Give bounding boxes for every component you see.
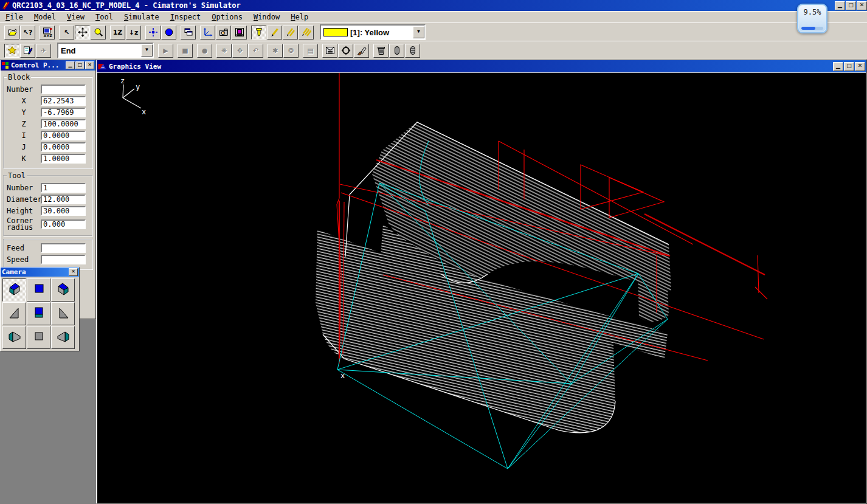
pen-double-button[interactable] [283, 26, 298, 40]
graphics-canvas[interactable]: z y x x [97, 73, 866, 503]
k-field[interactable] [41, 154, 86, 164]
graphics-view-title: Graphics View [109, 63, 833, 71]
view-back-button[interactable] [27, 326, 50, 349]
dynamic-rotate-button[interactable] [338, 44, 353, 58]
show-tool-button[interactable]: ❋ [216, 44, 232, 58]
view-top-button[interactable] [27, 278, 50, 302]
mode-combobox[interactable]: End ▼ [57, 43, 154, 58]
camera-close-button[interactable]: ✕ [69, 268, 78, 276]
view-right-button[interactable] [51, 302, 75, 325]
undo-material-button[interactable]: ↶ [248, 44, 263, 58]
render-brush-button[interactable] [354, 44, 369, 58]
stop-icon: ■ [182, 47, 188, 54]
menu-tool[interactable]: Tool [90, 12, 119, 22]
menu-inspect[interactable]: Inspect [165, 12, 207, 22]
trash-button[interactable] [373, 44, 389, 58]
tool-groupbox: Tool NumberDiameterHeightCorner radius [3, 171, 93, 236]
color-combobox-dropdown-icon[interactable]: ▼ [413, 26, 424, 38]
stop-button[interactable]: ■ [178, 44, 193, 58]
pen-single-button[interactable] [267, 26, 282, 40]
graphics-view-title-bar[interactable]: Graphics View ▁ □ ✕ [97, 60, 866, 72]
tool-holder-button[interactable] [251, 26, 266, 40]
menu-window[interactable]: Window [248, 12, 285, 22]
view-front-icon [31, 305, 47, 323]
report-button[interactable] [322, 44, 337, 58]
menu-options[interactable]: Options [206, 12, 248, 22]
fit-circle-button[interactable] [161, 26, 176, 40]
toolbar2-post-group-0: ▶ [158, 44, 173, 58]
field-row-y: Y [7, 108, 89, 117]
minimize-button[interactable]: ▁ [835, 1, 845, 10]
capsule-striped-button[interactable] [405, 44, 420, 58]
cascade-windows-button[interactable] [181, 26, 196, 40]
feed-field[interactable] [41, 243, 86, 253]
select-arrow-button[interactable]: ↖ [59, 26, 74, 40]
collision-check-button[interactable]: ✱ [268, 44, 283, 58]
view-iso-bottom-right-button[interactable] [51, 326, 75, 349]
menu-file[interactable]: File [0, 12, 29, 22]
record-button[interactable]: ● [197, 44, 212, 58]
z-field[interactable] [41, 119, 86, 129]
sim-paint-button[interactable] [20, 44, 35, 58]
x-field[interactable] [41, 96, 86, 106]
view-iso-ne-button[interactable] [51, 278, 75, 302]
menu-help[interactable]: Help [285, 12, 314, 22]
sim-shaded-button[interactable] [4, 44, 19, 58]
field-row-speed: Speed [7, 255, 89, 264]
zoom-view-button[interactable] [91, 26, 106, 40]
axis-ucs-button[interactable] [200, 26, 215, 40]
menu-simulate[interactable]: Simulate [119, 12, 165, 22]
control-panel-minimize-button[interactable]: ▁ [66, 61, 75, 69]
snapshot-camera-button[interactable] [216, 26, 231, 40]
tool-holder-icon [254, 27, 264, 37]
play-button[interactable]: ▶ [158, 44, 173, 58]
graphics-maximize-button[interactable]: □ [844, 62, 854, 71]
compare-stock-button[interactable]: ❂ [283, 44, 299, 58]
zoom-z-up-button[interactable]: 1Z [110, 26, 125, 40]
view-iso-nw-button[interactable] [2, 278, 26, 302]
speed-field[interactable] [41, 255, 86, 264]
view-front-button[interactable] [27, 302, 50, 325]
corner-radius-field[interactable] [41, 219, 86, 229]
show-toolpath-button[interactable]: ✥ [232, 44, 247, 58]
toolbar2-post-group-5: ▤ [303, 44, 318, 58]
diameter-field[interactable] [41, 195, 86, 204]
zoom-z-down-button[interactable]: ↓z [126, 26, 141, 40]
center-origin-button[interactable] [145, 26, 161, 40]
capsule-solid-button[interactable] [389, 44, 404, 58]
control-panel-maximize-button[interactable]: □ [75, 61, 85, 69]
pen-multi-button[interactable] [299, 26, 314, 40]
control-panel-close-button[interactable]: ✕ [85, 61, 94, 69]
graphics-close-button[interactable]: ✕ [855, 62, 865, 71]
sim-jet-button[interactable]: ✈ [36, 44, 51, 58]
color-combobox[interactable]: [1]: Yellow ▼ [320, 24, 426, 40]
block-groupbox: Block NumberXYZIJK [3, 73, 93, 169]
tool-number-field[interactable] [41, 183, 86, 193]
number-field[interactable] [41, 85, 86, 94]
j-field[interactable] [41, 142, 86, 152]
title-bar[interactable]: QRC2103_4_03_16_NC_TP_MODEL_4 - Cimatron… [0, 0, 867, 11]
progress-osd: 9.5% [797, 4, 827, 33]
open-file-button[interactable] [4, 26, 19, 40]
control-panel-title-bar[interactable]: Control P... ▁ □ ✕ [1, 60, 95, 71]
pan-view-button[interactable] [75, 26, 90, 40]
context-help-button[interactable]: ↖? [20, 26, 35, 40]
view-top-icon [31, 281, 47, 299]
graphics-minimize-button[interactable]: ▁ [833, 62, 843, 71]
close-button[interactable]: ✕ [857, 1, 867, 10]
z-label: Z [7, 121, 41, 128]
y-label: Y [7, 109, 41, 116]
menu-view[interactable]: View [61, 12, 90, 22]
material-remove-button[interactable]: ▤ [303, 44, 318, 58]
view-left-button[interactable] [2, 302, 26, 325]
view-iso-bottom-left-button[interactable] [2, 326, 26, 349]
menu-model[interactable]: Model [29, 12, 61, 22]
height-field[interactable] [41, 206, 86, 216]
maximize-button[interactable]: □ [846, 1, 856, 10]
camera-title-bar[interactable]: Camera ✕ [1, 268, 79, 277]
print-stamp-button[interactable] [232, 26, 247, 40]
i-field[interactable] [41, 131, 86, 140]
y-field[interactable] [41, 108, 86, 117]
xyz-monitor-button[interactable]: XYZ [40, 26, 55, 40]
mode-combobox-dropdown-icon[interactable]: ▼ [141, 44, 153, 57]
